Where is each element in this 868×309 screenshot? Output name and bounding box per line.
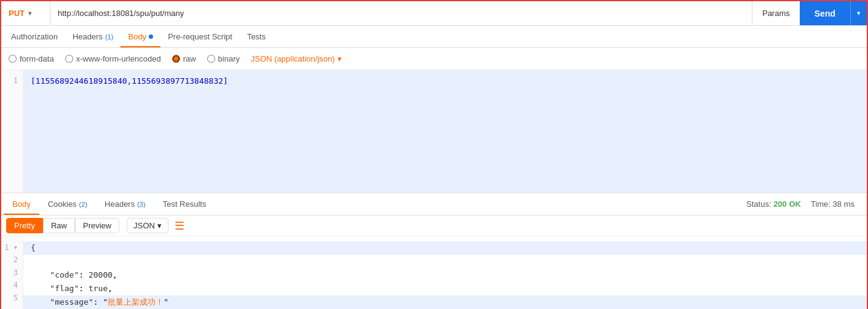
tab-tests-label: Tests (247, 32, 266, 41)
method-label: PUT (9, 9, 25, 18)
time-label: Time: 38 ms (811, 199, 854, 209)
status-value: 200 OK (773, 199, 801, 209)
response-status-area: Status: 200 OK Time: 38 ms (746, 199, 864, 209)
response-section: Body Cookies (2) Headers (3) Test Result… (1, 193, 867, 309)
resp-tab-headers[interactable]: Headers (3) (96, 193, 154, 215)
view-preview-button[interactable]: Preview (75, 218, 119, 233)
wrap-icon[interactable]: ☰ (175, 219, 184, 233)
request-code-content[interactable]: [1155689244618915840,1155693897713848832… (23, 70, 867, 193)
resp-line-3: "flag": true, (31, 284, 112, 293)
tab-tests[interactable]: Tests (240, 26, 273, 47)
tab-headers-label: Headers (73, 32, 103, 41)
radio-form-data[interactable]: form-data (9, 54, 54, 63)
resp-line-4: "message": "批量上架成功！" (23, 295, 867, 309)
radio-raw[interactable]: raw (172, 54, 196, 63)
json-type-label: JSON (application/json) (251, 54, 335, 63)
response-code-area: 1 ▾ 2 3 4 5 { "code": 20000, "flag": tru… (1, 236, 867, 309)
send-button[interactable]: Send (800, 1, 850, 25)
resp-tab-body-label: Body (12, 199, 31, 209)
url-input[interactable] (50, 1, 752, 25)
line-number-1: 1 (1, 75, 18, 87)
view-options-row: Pretty Raw Preview JSON ▾ ☰ (1, 215, 867, 236)
resp-line-num-3: 3 (1, 267, 18, 279)
tab-body-dot (149, 34, 153, 39)
resp-line-2: "code": 20000, (31, 270, 117, 279)
send-dropdown-button[interactable]: ▾ (850, 1, 867, 25)
request-line-numbers: 1 (1, 70, 23, 193)
send-btn-group: Send ▾ (800, 1, 867, 25)
params-button[interactable]: Params (752, 1, 800, 25)
request-code-editor: 1 [1155689244618915840,11556938977138488… (1, 70, 867, 193)
tab-body-label: Body (128, 32, 146, 41)
tab-authorization[interactable]: Authorization (4, 26, 65, 47)
radio-urlencoded[interactable]: x-www-form-urlencoded (65, 54, 161, 63)
top-bar: PUT ▾ Params Send ▾ (1, 1, 867, 26)
tab-headers[interactable]: Headers (1) (65, 26, 121, 47)
response-line-numbers: 1 ▾ 2 3 4 5 (1, 236, 23, 309)
request-code-line-1: [1155689244618915840,1155693897713848832… (31, 76, 228, 86)
status-label: Status: 200 OK (746, 199, 801, 209)
resp-tab-body[interactable]: Body (4, 193, 39, 215)
resp-tab-cookies-badge: (2) (79, 201, 87, 208)
resp-tab-headers-label: Headers (105, 199, 135, 209)
tab-pre-request-script[interactable]: Pre-request Script (160, 26, 240, 47)
resp-tab-cookies[interactable]: Cookies (2) (39, 193, 96, 215)
radio-binary-label: binary (218, 54, 240, 63)
resp-line-num-5: 5 (1, 292, 18, 304)
response-json-content: { "code": 20000, "flag": true, "message"… (23, 236, 867, 309)
method-selector[interactable]: PUT ▾ (1, 1, 50, 25)
tab-pre-request-label: Pre-request Script (168, 32, 232, 41)
resp-line-1: { (23, 241, 867, 255)
resp-line-num-2: 2 (1, 254, 18, 266)
response-json-type-label: JSON (133, 221, 155, 230)
time-value: 38 ms (833, 199, 854, 209)
json-type-chevron-icon: ▾ (337, 54, 342, 63)
response-json-type-selector[interactable]: JSON ▾ (127, 218, 168, 233)
view-raw-button[interactable]: Raw (43, 218, 75, 233)
request-tabs-row: Authorization Headers (1) Body Pre-reque… (1, 26, 867, 48)
resp-tab-test-results[interactable]: Test Results (154, 193, 215, 215)
radio-urlencoded-label: x-www-form-urlencoded (76, 54, 161, 63)
body-options-row: form-data x-www-form-urlencoded raw bina… (1, 48, 867, 70)
json-type-selector[interactable]: JSON (application/json) ▾ (251, 54, 342, 63)
method-chevron-icon: ▾ (28, 10, 31, 17)
resp-tab-test-results-label: Test Results (163, 199, 207, 209)
resp-line-num-1: 1 ▾ (1, 241, 18, 254)
view-pretty-button[interactable]: Pretty (6, 218, 43, 233)
response-json-chevron-icon: ▾ (157, 221, 162, 230)
resp-line-num-4: 4 (1, 279, 18, 291)
response-tabs-row: Body Cookies (2) Headers (3) Test Result… (1, 193, 867, 215)
tab-headers-badge: (1) (105, 33, 113, 41)
tab-body[interactable]: Body (120, 26, 160, 47)
radio-form-data-label: form-data (20, 54, 54, 63)
radio-raw-label: raw (183, 54, 196, 63)
tab-authorization-label: Authorization (11, 32, 58, 41)
radio-binary[interactable]: binary (207, 54, 240, 63)
resp-tab-cookies-label: Cookies (48, 199, 77, 209)
resp-tab-headers-badge: (3) (137, 201, 145, 208)
